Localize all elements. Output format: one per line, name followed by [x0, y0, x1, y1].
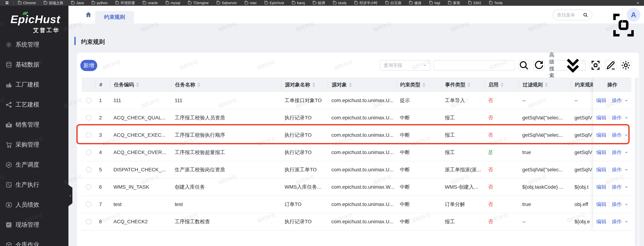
table-row[interactable]: 2ACQ_CHECK_QUAL...工序报工校验人员资质执行记录TOcom.ep…	[82, 109, 593, 127]
sidebar-item-基础数据[interactable]: 基础数据	[0, 55, 68, 75]
chevron-down-icon[interactable]	[624, 116, 628, 120]
bookmark-item[interactable]: Chrome	[18, 1, 36, 5]
more-actions-link[interactable]: 操作	[612, 218, 622, 225]
bookmark-item[interactable]: 环境部署	[116, 1, 135, 6]
row-radio[interactable]	[86, 132, 91, 138]
sidebar-item-采购管理[interactable]: 采购管理	[0, 135, 68, 155]
tab-constraint-rules[interactable]: 约束规则	[95, 11, 134, 24]
edit-link[interactable]: 编辑	[596, 132, 606, 138]
more-actions-link[interactable]: 操作	[612, 149, 622, 156]
bookmarks-overflow-button[interactable]: »	[637, 1, 639, 5]
sort-arrows-icon[interactable]	[198, 83, 200, 87]
sort-arrows-icon[interactable]	[422, 83, 425, 87]
table-edit-button[interactable]	[605, 60, 616, 71]
bookmark-item[interactable]: Sqlserver	[217, 1, 237, 5]
sidebar-collapse-handle[interactable]: ‹	[68, 184, 72, 206]
header-cell-filter_rule[interactable]: 过滤规则	[519, 80, 571, 89]
bookmark-item[interactable]: mac	[245, 1, 257, 5]
bookmark-item[interactable]: 链调	[313, 1, 325, 6]
sidebar-item-生产调度[interactable]: 生产调度	[0, 155, 68, 175]
row-radio[interactable]	[86, 115, 91, 120]
chevron-down-icon[interactable]	[624, 220, 628, 224]
table-row[interactable]: 4ACQ_CHECK_OVER...工序报工校验超量报工执行记录TOcom.ep…	[82, 144, 593, 161]
bookmark-item[interactable]: 白宝袋	[386, 1, 401, 6]
bookmark-item[interactable]: 家装	[448, 1, 460, 6]
sort-arrows-icon[interactable]	[468, 83, 470, 87]
edit-link[interactable]: 编辑	[596, 201, 606, 208]
sort-arrows-icon[interactable]	[312, 83, 315, 87]
sort-arrows-icon[interactable]	[136, 83, 139, 87]
edit-link[interactable]: 编辑	[596, 166, 606, 173]
header-cell-src_obj[interactable]: 源对象	[328, 80, 396, 89]
sidebar-item-系统管理[interactable]: 系统管理	[0, 35, 68, 55]
chevron-down-icon[interactable]	[624, 168, 628, 172]
edit-link[interactable]: 编辑	[596, 149, 606, 156]
header-cell-constraint_type[interactable]: 约束类型	[396, 80, 441, 89]
edit-link[interactable]: 编辑	[596, 114, 606, 121]
bookmark-item[interactable]: kanq	[292, 1, 305, 5]
search-button[interactable]	[518, 60, 530, 71]
bookmark-item[interactable]: 3302	[468, 1, 482, 5]
add-button[interactable]: 新增	[80, 60, 97, 71]
avatar[interactable]: A	[627, 8, 640, 22]
header-cell-rule[interactable]: 约束规则	[571, 80, 593, 89]
bookmark-item[interactable]: mysql	[166, 1, 180, 5]
bookmark-item[interactable]: EpicHust	[264, 1, 284, 5]
table-row[interactable]: 6WMS_IN_TASK创建入库任务WMS入库任务...com.epichust…	[82, 178, 593, 196]
more-actions-link[interactable]: 操作	[612, 97, 622, 104]
row-radio[interactable]	[86, 98, 91, 103]
edit-link[interactable]: 编辑	[596, 218, 606, 225]
bookmark-item[interactable]: study	[333, 1, 347, 5]
header-cell-enabled[interactable]: 启用	[484, 80, 519, 89]
table-row[interactable]: 7testtest订单TOcom.epichust.to.unimax.U...…	[82, 196, 593, 213]
sort-arrows-icon[interactable]	[349, 83, 352, 87]
bookmark-item[interactable]: 前端之路	[44, 1, 63, 6]
table-settings-button[interactable]	[620, 60, 632, 71]
row-radio[interactable]	[86, 219, 91, 224]
header-cell-event_type[interactable]: 事件类型	[441, 80, 484, 89]
header-cell-src_name[interactable]: 源对象名称	[281, 80, 328, 89]
edit-link[interactable]: 编辑	[596, 97, 606, 104]
bookmark-item[interactable]: 经济半小时	[354, 1, 378, 6]
chevron-down-icon[interactable]	[624, 185, 628, 189]
query-field-select[interactable]: 查询字段	[380, 60, 430, 71]
sidebar-item-生产执行[interactable]: 生产执行	[0, 175, 68, 195]
row-radio[interactable]	[86, 167, 91, 172]
more-actions-link[interactable]: 操作	[612, 201, 622, 208]
row-radio[interactable]	[86, 202, 91, 207]
chevron-down-icon[interactable]	[624, 98, 628, 102]
sidebar-item-现场管理[interactable]: 现场管理	[0, 215, 68, 235]
bookmark-item[interactable]: Tesla	[489, 1, 503, 5]
bookmark-item[interactable]: 健身	[409, 1, 422, 6]
advanced-search-button[interactable]: 高级搜索	[549, 60, 586, 71]
table-row[interactable]: 8ACQ_CHECK2工序报工数检查执行记录TOcom.epichust.to.…	[82, 213, 593, 230]
table-scrollbar[interactable]	[635, 78, 638, 246]
bookmark-item[interactable]: logi	[429, 1, 440, 5]
more-actions-link[interactable]: 操作	[612, 114, 622, 121]
bookmark-item[interactable]: python	[92, 1, 108, 5]
chevron-down-icon[interactable]	[624, 202, 628, 206]
more-actions-link[interactable]: 操作	[612, 184, 622, 190]
home-icon[interactable]	[85, 11, 92, 18]
more-actions-link[interactable]: 操作	[612, 166, 622, 173]
sidebar-item-销售管理[interactable]: 销售管理	[0, 115, 68, 135]
sidebar-item-人员绩效[interactable]: 人员绩效	[0, 195, 68, 215]
sidebar-item-仓库作业[interactable]: 仓库作业	[0, 235, 68, 246]
chevron-down-icon[interactable]	[624, 150, 628, 154]
edit-link[interactable]: 编辑	[596, 184, 606, 190]
row-radio[interactable]	[86, 150, 91, 155]
header-cell-code[interactable]: 任务编码	[110, 80, 171, 89]
bookmark-item[interactable]: TDengine	[188, 1, 209, 5]
table-fullscreen-button[interactable]	[590, 60, 601, 71]
bookmark-item[interactable]: Java	[71, 1, 84, 5]
sidebar-item-工厂建模[interactable]: 工厂建模	[0, 75, 68, 95]
sort-arrows-icon[interactable]	[501, 83, 504, 87]
sidebar-item-工艺建模[interactable]: 工艺建模	[0, 95, 68, 115]
query-input[interactable]	[434, 60, 514, 70]
apps-grid-icon[interactable]	[5, 1, 9, 5]
table-row[interactable]: 3ACQ_CHECK_EXEC...工序报工校验执行顺序执行记录TOcom.ep…	[82, 127, 593, 144]
menu-search-input[interactable]	[557, 13, 580, 18]
table-row[interactable]: 5DISPATCH_CHECK_...生产派工校验岗位资质执行派工单TOcom.…	[82, 161, 593, 178]
chevron-down-icon[interactable]	[624, 133, 628, 137]
refresh-button[interactable]	[534, 60, 544, 71]
